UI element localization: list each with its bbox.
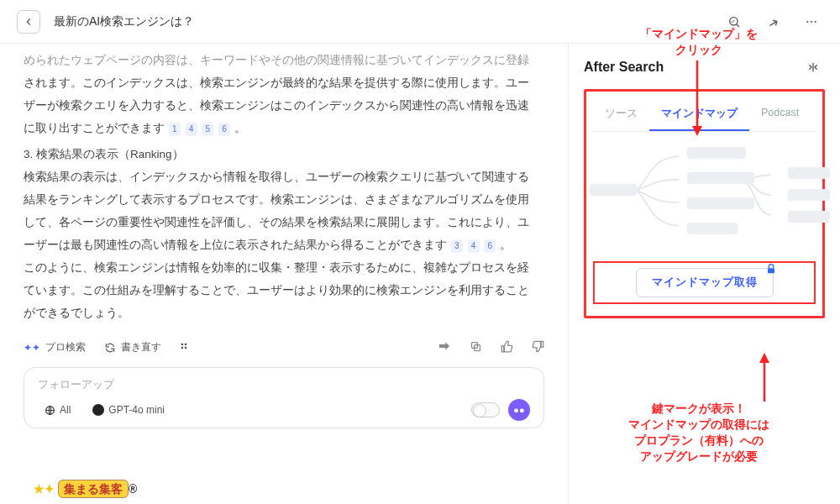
model-pill[interactable]: GPT-4o mini (86, 402, 171, 418)
model-icon (92, 404, 104, 416)
article-text: ザーが検索クエリを入力すると、検索エンジンはこのインデックスから関連性の高い情報… (24, 99, 529, 112)
article-text: このように、検索エンジンは情報を効率的に収集・整理・表示するために、複雑なプロセ… (24, 261, 529, 274)
main-content: められたウェブページの内容は、キーワードやその他の関連情報に基づいてインデックス… (0, 44, 568, 504)
article-text: 。 (234, 122, 246, 134)
citation[interactable]: 6 (218, 123, 230, 136)
citation[interactable]: 5 (202, 123, 213, 136)
star-icon: ★ (34, 482, 45, 496)
grid-icon (180, 342, 192, 354)
skeleton-node (788, 167, 830, 179)
scope-all-pill[interactable]: All (38, 402, 77, 418)
svg-point-2 (806, 20, 808, 22)
article-text: に取り出すことができます (24, 122, 165, 134)
response-toolbar: ✦✦ プロ検索 書き直す (24, 339, 544, 355)
skeleton-node (687, 172, 754, 184)
qr-button[interactable] (180, 342, 192, 354)
toggle-switch[interactable] (471, 402, 500, 417)
skeleton-node (788, 211, 830, 223)
svg-rect-6 (185, 343, 186, 344)
refresh-icon[interactable] (722, 10, 746, 34)
article-text: 検索結果の表示は、インデックスから情報を取得し、ユーザーの検索クエリに基づいて関… (24, 171, 529, 183)
thumbs-up-icon[interactable] (501, 340, 513, 355)
article-text: 結果をランキングして表示するプロセスです。検索エンジンは、さまざまなアルゴリズム… (24, 193, 529, 206)
voice-button[interactable]: ●● (508, 399, 530, 421)
svg-rect-7 (181, 346, 183, 348)
back-button[interactable] (17, 10, 40, 34)
article-text: 。 (500, 239, 512, 251)
model-label: GPT-4o mini (108, 404, 165, 416)
svg-point-3 (811, 20, 812, 22)
page-title: 最新のAI検索エンジンは？ (54, 14, 709, 29)
refresh-icon (104, 342, 116, 354)
globe-icon (45, 405, 55, 416)
collapse-panel-icon[interactable] (801, 55, 825, 79)
article-text: められたウェブページの内容は、キーワードやその他の関連情報に基づいてインデックス… (24, 54, 529, 66)
get-mindmap-label: マインドマップ取得 (652, 276, 758, 288)
skeleton-node (687, 223, 738, 234)
article-text: ています。この仕組みを理解することで、ユーザーはより効果的に検索エンジンを利用す… (24, 284, 529, 297)
watermark-logo: ★✦ 集まる集客® (34, 482, 137, 497)
citation[interactable]: 4 (186, 123, 197, 136)
article-text: されます。このインデックスは、検索エンジンが最終的な結果を提供する際に使用します… (24, 76, 529, 89)
citation[interactable]: 4 (468, 239, 480, 253)
svg-line-1 (737, 24, 739, 26)
sparkle-icon: ✦✦ (24, 342, 40, 354)
citation[interactable]: 6 (484, 239, 496, 253)
thumbs-down-icon[interactable] (532, 340, 544, 355)
svg-rect-8 (185, 346, 186, 348)
pro-search-label: プロ検索 (45, 340, 86, 354)
skeleton-node (687, 147, 746, 159)
article-text: ができるでしょう。 (24, 307, 129, 319)
skeleton-node (687, 197, 754, 209)
side-panel: After Search ソース マインドマップ Podcast (568, 44, 840, 504)
mindmap-preview (593, 132, 816, 258)
more-icon[interactable] (800, 10, 823, 34)
svg-rect-13 (768, 268, 774, 273)
article-text: ーザーは最も関連性の高い情報を上位に表示された結果から得ることができます (24, 239, 447, 251)
article-body: められたウェブページの内容は、キーワードやその他の関連情報に基づいてインデックス… (24, 49, 544, 324)
rewrite-button[interactable]: 書き直す (104, 340, 161, 354)
citation[interactable]: 1 (169, 123, 181, 136)
rewrite-label: 書き直す (121, 340, 161, 354)
followup-input[interactable] (38, 378, 530, 391)
watermark-label: 集まる集客 (58, 480, 129, 498)
pro-search-button[interactable]: ✦✦ プロ検索 (24, 340, 86, 354)
highlight-box: ソース マインドマップ Podcast (584, 89, 825, 318)
followup-box: All GPT-4o mini ●● (24, 367, 544, 428)
tab-source[interactable]: ソース (593, 98, 649, 131)
star-icon: ✦ (45, 482, 55, 496)
section-heading: 3. 検索結果の表示（Ranking） (24, 143, 544, 165)
lock-icon (764, 262, 778, 276)
scope-all-label: All (60, 404, 71, 416)
skeleton-node (590, 184, 637, 196)
svg-rect-5 (181, 343, 183, 344)
highlight-box: マインドマップ取得 (593, 261, 816, 304)
share-arrow-icon[interactable] (438, 339, 451, 355)
svg-point-4 (815, 20, 816, 22)
skeleton-node (788, 189, 830, 201)
tab-mindmap[interactable]: マインドマップ (649, 98, 749, 131)
side-panel-title: After Search (584, 60, 664, 75)
tab-podcast[interactable]: Podcast (749, 98, 811, 131)
citation[interactable]: 3 (451, 239, 463, 253)
share-icon[interactable] (761, 10, 785, 34)
copy-icon[interactable] (470, 340, 482, 355)
article-text: して、各ページの重要性や関連性を評価し、その結果を検索結果に展開します。これによ… (24, 216, 529, 228)
side-tabs: ソース マインドマップ Podcast (593, 98, 816, 132)
get-mindmap-button[interactable]: マインドマップ取得 (636, 268, 774, 297)
